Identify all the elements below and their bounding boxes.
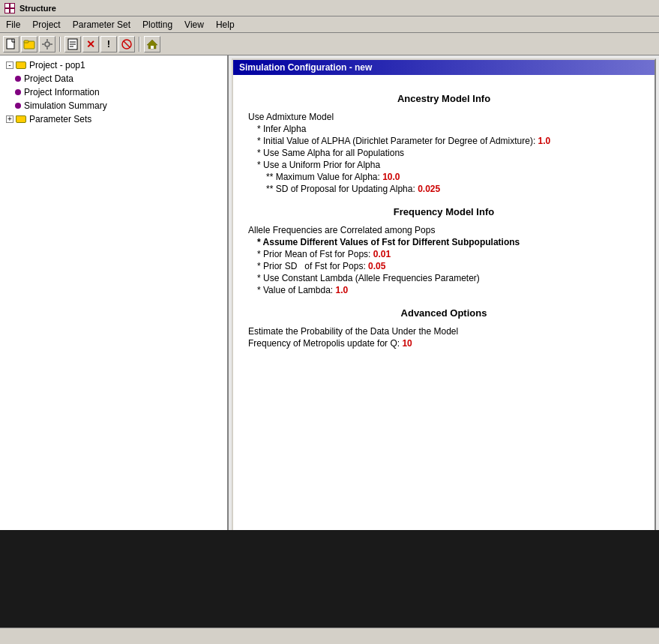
svg-rect-3 bbox=[10, 9, 14, 13]
line-infer-alpha: * Infer Alpha bbox=[257, 124, 640, 134]
svg-rect-6 bbox=[24, 40, 28, 43]
app-icon bbox=[4, 3, 15, 13]
svg-rect-19 bbox=[151, 46, 154, 49]
svg-rect-1 bbox=[10, 4, 14, 7]
line-text: * Use a Uniform Prior for Alpha bbox=[257, 160, 380, 170]
bullet-icon bbox=[15, 76, 21, 82]
menu-view[interactable]: View bbox=[178, 18, 210, 31]
advanced-header: Advanced Options bbox=[248, 307, 640, 319]
tree-item-label: Parameter Sets bbox=[29, 114, 91, 124]
tree-item-label: Project Information bbox=[24, 87, 100, 97]
line-uniform-prior: * Use a Uniform Prior for Alpha bbox=[257, 160, 640, 170]
value-initial-alpha: 1.0 bbox=[538, 136, 551, 146]
bullet-icon bbox=[15, 103, 21, 109]
line-text: Estimate the Probability of the Data Und… bbox=[248, 326, 458, 337]
line-admixture-model: Use Admixture Model bbox=[248, 112, 640, 122]
tree-root[interactable]: - Project - pop1 bbox=[0, 58, 227, 72]
line-max-alpha: ** Maximum Value for Alpha: 10.0 bbox=[266, 172, 640, 182]
expand-icon[interactable]: + bbox=[6, 115, 13, 123]
tree-item-simulation-summary[interactable]: Simulation Summary bbox=[0, 99, 227, 112]
open-button[interactable] bbox=[21, 36, 37, 52]
line-metropolis-freq: Frequency of Metropolis update for Q: 10 bbox=[248, 338, 640, 349]
line-text: * Value of Lambda: bbox=[257, 285, 336, 295]
svg-rect-0 bbox=[5, 4, 9, 7]
value-prior-sd: 0.05 bbox=[368, 261, 385, 271]
separator-2 bbox=[139, 37, 140, 52]
new-button[interactable] bbox=[3, 36, 19, 52]
line-prior-sd: * Prior SD of Fst for Pops: 0.05 bbox=[257, 261, 640, 271]
line-text: * Use Constant Lambda (Allele Frequencie… bbox=[257, 273, 480, 283]
line-text: ** SD of Proposal for Updating Alpha: bbox=[266, 184, 418, 194]
menu-project[interactable]: Project bbox=[26, 18, 66, 31]
toolbar: ✕ ! bbox=[0, 33, 659, 55]
menu-help[interactable]: Help bbox=[210, 18, 241, 31]
line-text: Frequency of Metropolis update for Q: bbox=[248, 338, 402, 349]
info-button[interactable]: ! bbox=[100, 36, 117, 52]
tree-root-label: Project - pop1 bbox=[29, 60, 85, 70]
config-title-bar: Simulation Configuration - new bbox=[233, 60, 655, 75]
tree-item-label: Project Data bbox=[24, 73, 73, 84]
ancestry-header: Ancestry Model Info bbox=[248, 93, 640, 104]
bottom-area bbox=[0, 530, 659, 628]
line-prior-mean: * Prior Mean of Fst for Pops: 0.01 bbox=[257, 249, 640, 259]
line-text: * Prior Mean of Fst for Pops: bbox=[257, 249, 373, 259]
line-text: * Use Same Alpha for all Populations bbox=[257, 148, 404, 158]
folder-icon bbox=[16, 115, 26, 123]
expand-icon[interactable]: - bbox=[6, 61, 13, 69]
menu-file[interactable]: File bbox=[0, 18, 26, 31]
svg-line-17 bbox=[124, 41, 130, 47]
line-same-alpha: * Use Same Alpha for all Populations bbox=[257, 148, 640, 158]
line-text: Allele Frequencies are Correlated among … bbox=[248, 225, 435, 235]
svg-rect-4 bbox=[7, 39, 14, 49]
line-lambda-value: * Value of Lambda: 1.0 bbox=[257, 285, 640, 295]
menu-parameter-set[interactable]: Parameter Set bbox=[67, 18, 136, 31]
bullet-icon bbox=[15, 89, 21, 95]
line-text: * Infer Alpha bbox=[257, 124, 306, 134]
tree-item-project-data[interactable]: Project Data bbox=[0, 72, 227, 85]
line-estimate-prob: Estimate the Probability of the Data Und… bbox=[248, 326, 640, 337]
svg-point-7 bbox=[45, 42, 49, 46]
folder-icon bbox=[16, 61, 26, 69]
menu-plotting[interactable]: Plotting bbox=[136, 18, 178, 31]
line-initial-alpha: * Initial Value of ALPHA (Dirichlet Para… bbox=[257, 136, 640, 146]
line-sd-proposal: ** SD of Proposal for Updating Alpha: 0.… bbox=[266, 184, 640, 194]
settings-button[interactable] bbox=[39, 36, 55, 52]
tree-item-label: Simulation Summary bbox=[24, 100, 107, 111]
value-max-alpha: 10.0 bbox=[382, 172, 400, 182]
line-assume-different: * Assume Different Values of Fst for Dif… bbox=[257, 237, 640, 247]
tree-item-parameter-sets[interactable]: + Parameter Sets bbox=[0, 112, 227, 126]
app-title: Structure bbox=[19, 4, 56, 13]
line-constant-lambda: * Use Constant Lambda (Allele Frequencie… bbox=[257, 273, 640, 283]
frequency-header: Frequency Model Info bbox=[248, 206, 640, 217]
line-allele-freq: Allele Frequencies are Correlated among … bbox=[248, 225, 640, 235]
status-bar bbox=[0, 628, 659, 644]
tree-item-project-information[interactable]: Project Information bbox=[0, 85, 227, 99]
title-bar: Structure bbox=[0, 0, 659, 16]
value-lambda: 1.0 bbox=[336, 285, 349, 295]
value-metropolis: 10 bbox=[402, 338, 412, 349]
line-text: ** Maximum Value for Alpha: bbox=[266, 172, 382, 182]
svg-rect-2 bbox=[5, 9, 9, 13]
value-prior-mean: 0.01 bbox=[373, 249, 391, 259]
separator-1 bbox=[59, 37, 61, 52]
stop-button[interactable] bbox=[118, 36, 135, 52]
line-text: * Assume Different Values of Fst for Dif… bbox=[257, 237, 520, 247]
value-sd-proposal: 0.025 bbox=[418, 184, 440, 194]
doc-button[interactable] bbox=[64, 36, 81, 52]
line-text: Use Admixture Model bbox=[248, 112, 334, 122]
menu-bar: File Project Parameter Set Plotting View… bbox=[0, 16, 659, 33]
delete-button[interactable]: ✕ bbox=[82, 36, 99, 52]
config-title: Simulation Configuration - new bbox=[239, 62, 372, 73]
line-text: * Prior SD of Fst for Pops: bbox=[257, 261, 368, 271]
line-text: * Initial Value of ALPHA (Dirichlet Para… bbox=[257, 136, 538, 146]
home-button[interactable] bbox=[144, 36, 160, 52]
